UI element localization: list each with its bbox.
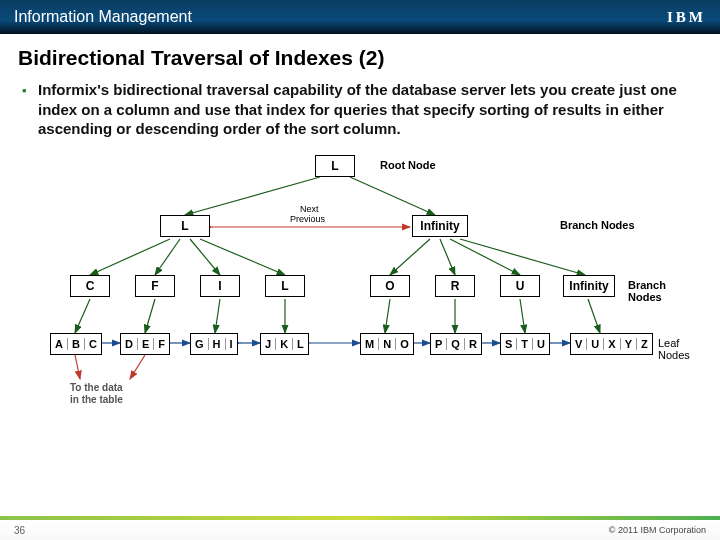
leaf-node: PQR [430, 333, 482, 355]
svg-line-27 [130, 355, 145, 379]
slide-title: Bidirectional Traversal of Indexes (2) [0, 34, 720, 80]
table-note: To the data in the table [70, 382, 123, 406]
slide-header: Information Management IBM [0, 0, 720, 34]
root-node: L [315, 155, 355, 177]
branch1-node: L [160, 215, 210, 237]
leaf-node: ABC [50, 333, 102, 355]
svg-line-13 [215, 299, 220, 333]
branch2-node: I [200, 275, 240, 297]
svg-line-17 [520, 299, 525, 333]
body-paragraph: ▪ Informix's bidirectional traversal cap… [0, 80, 720, 147]
leaf-node: JKL [260, 333, 309, 355]
branch-label: Branch Nodes [560, 219, 635, 231]
svg-line-9 [450, 239, 520, 275]
leaf-node: DEF [120, 333, 170, 355]
slide-footer: 36 © 2011 IBM Corporation [0, 516, 720, 540]
svg-line-6 [200, 239, 285, 275]
branch2-node: Infinity [563, 275, 615, 297]
leaf-node: VUXYZ [570, 333, 653, 355]
body-text: Informix's bidirectional traversal capab… [38, 81, 677, 137]
branch2-node: F [135, 275, 175, 297]
svg-line-1 [350, 177, 435, 215]
svg-line-15 [385, 299, 390, 333]
leaf-node: STU [500, 333, 550, 355]
page-number: 36 [14, 525, 25, 536]
branch-label: Branch Nodes [628, 279, 700, 303]
leaf-node: GHI [190, 333, 238, 355]
bullet-icon: ▪ [22, 83, 27, 100]
leaf-node: MNO [360, 333, 414, 355]
branch2-node: U [500, 275, 540, 297]
svg-line-10 [460, 239, 585, 275]
svg-line-11 [75, 299, 90, 333]
svg-line-3 [90, 239, 170, 275]
svg-line-7 [390, 239, 430, 275]
svg-line-5 [190, 239, 220, 275]
next-label: Next [300, 205, 319, 214]
leaf-label: Leaf Nodes [658, 337, 700, 361]
branch2-node: O [370, 275, 410, 297]
svg-line-8 [440, 239, 455, 275]
branch2-node: L [265, 275, 305, 297]
branch2-node: C [70, 275, 110, 297]
branch2-node: R [435, 275, 475, 297]
root-label: Root Node [380, 159, 436, 171]
index-tree-diagram: L Root Node L Infinity Branch Nodes Next… [20, 147, 700, 437]
ibm-logo: IBM [667, 9, 706, 26]
prev-label: Previous [290, 215, 325, 224]
branch1-node: Infinity [412, 215, 468, 237]
copyright: © 2011 IBM Corporation [609, 525, 706, 535]
svg-line-26 [75, 355, 80, 379]
header-title: Information Management [14, 8, 192, 26]
svg-line-4 [155, 239, 180, 275]
svg-line-12 [145, 299, 155, 333]
svg-line-18 [588, 299, 600, 333]
